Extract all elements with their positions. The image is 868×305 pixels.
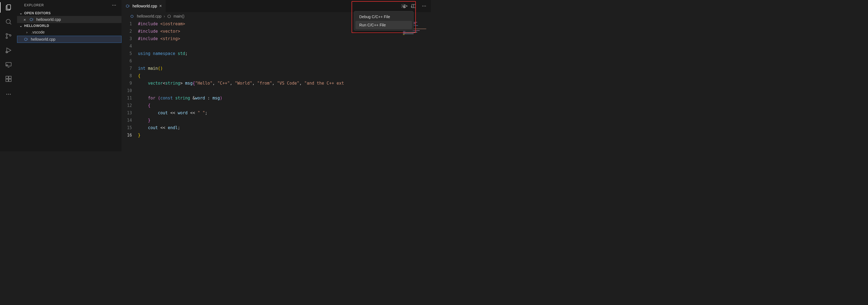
chevron-right-icon: › [25, 30, 29, 34]
svg-rect-12 [6, 79, 8, 82]
editor-group: ++ helloworld.cpp × ⌄ Debug [122, 0, 431, 151]
activity-source-control-icon[interactable] [4, 32, 13, 40]
cpp-file-icon: ++ [125, 4, 130, 8]
tab-label: helloworld.cpp [132, 4, 157, 8]
svg-point-35 [425, 6, 426, 6]
svg-rect-13 [9, 79, 11, 82]
svg-marker-6 [7, 48, 11, 53]
editor-body[interactable]: 12345678910111213141516 #include <iostre… [122, 20, 431, 151]
svg-point-34 [424, 6, 424, 6]
activity-search-icon[interactable] [4, 18, 13, 26]
activity-bar [0, 0, 17, 151]
workspace-file-helloworld[interactable]: ++ helloworld.cpp [17, 36, 122, 43]
workspace-label: HELLOWORLD [24, 24, 49, 28]
svg-text:+: + [129, 5, 130, 7]
breadcrumb-symbol[interactable]: main() [174, 14, 184, 19]
chevron-down-icon: ⌄ [19, 24, 23, 28]
tab-helloworld[interactable]: ++ helloworld.cpp × [122, 0, 166, 12]
svg-point-24 [25, 38, 27, 40]
run-debug-highlight-box: ⌄ Debug C/C++ File Run C/C++ File [351, 1, 416, 33]
svg-text:+: + [33, 19, 34, 21]
open-editor-filename: helloworld.cpp [36, 17, 61, 22]
explorer-title: EXPLORER [24, 3, 44, 7]
open-editors-label: OPEN EDITORS [24, 11, 51, 15]
workspace-folder-vscode[interactable]: › .vscode [17, 29, 122, 36]
svg-point-18 [113, 5, 113, 5]
run-debug-dropdown-button[interactable]: ⌄ [410, 4, 413, 8]
svg-point-3 [6, 33, 7, 35]
minimap[interactable] [401, 20, 431, 151]
svg-point-36 [404, 7, 405, 8]
symbol-method-icon [167, 14, 171, 19]
svg-point-39 [130, 15, 133, 18]
menu-item-run-file[interactable]: Run C/C++ File [355, 21, 412, 29]
menu-item-label: Run C/C++ File [359, 23, 385, 27]
more-actions-icon[interactable] [421, 3, 427, 9]
explorer-panel: EXPLORER ⌄ OPEN EDITORS × ++ helloworld.… [17, 0, 122, 151]
svg-point-4 [6, 37, 7, 38]
svg-line-2 [10, 23, 11, 24]
svg-point-5 [10, 35, 11, 36]
menu-item-debug-file[interactable]: Debug C/C++ File [355, 13, 412, 21]
close-icon[interactable]: × [159, 4, 162, 8]
svg-point-17 [10, 94, 11, 94]
svg-point-16 [8, 94, 9, 94]
menu-item-label: Debug C/C++ File [359, 14, 390, 19]
activity-extensions-icon[interactable] [4, 75, 13, 83]
explorer-header: EXPLORER [17, 0, 122, 10]
explorer-more-icon[interactable] [112, 3, 117, 8]
svg-rect-11 [6, 76, 8, 79]
svg-point-27 [126, 5, 129, 7]
svg-point-9 [6, 65, 7, 66]
chevron-down-icon: ⌄ [19, 11, 23, 15]
svg-text:+: + [27, 39, 28, 40]
svg-rect-14 [9, 76, 11, 79]
svg-rect-0 [7, 5, 11, 9]
svg-point-19 [114, 5, 114, 5]
activity-more-icon[interactable] [4, 90, 13, 98]
file-name: helloworld.cpp [31, 37, 56, 41]
activity-explorer-icon[interactable] [4, 3, 13, 11]
open-editors-section[interactable]: ⌄ OPEN EDITORS [17, 10, 122, 16]
breadcrumb-file[interactable]: helloworld.cpp [137, 14, 162, 19]
code-area[interactable]: #include <iostream>#include <vector>#inc… [138, 20, 401, 151]
workspace-section[interactable]: ⌄ HELLOWORLD [17, 23, 122, 29]
run-debug-menu: Debug C/C++ File Run C/C++ File [354, 11, 414, 31]
svg-point-1 [6, 19, 10, 23]
chevron-right-icon: › [164, 14, 165, 19]
activity-remote-icon[interactable] [4, 60, 13, 69]
activity-run-debug-icon[interactable] [4, 46, 13, 54]
cpp-file-icon: ++ [29, 17, 34, 22]
line-number-gutter: 12345678910111213141516 [122, 20, 138, 151]
svg-point-15 [6, 94, 7, 94]
svg-point-20 [115, 5, 116, 5]
folder-name: .vscode [31, 30, 44, 34]
cpp-file-icon: ++ [24, 37, 29, 42]
cpp-file-icon [130, 14, 135, 19]
run-debug-play-icon[interactable] [403, 3, 408, 9]
close-icon[interactable]: × [23, 17, 27, 22]
open-editor-file[interactable]: × ++ helloworld.cpp [17, 16, 122, 23]
svg-point-33 [423, 6, 423, 6]
svg-point-21 [30, 18, 32, 21]
